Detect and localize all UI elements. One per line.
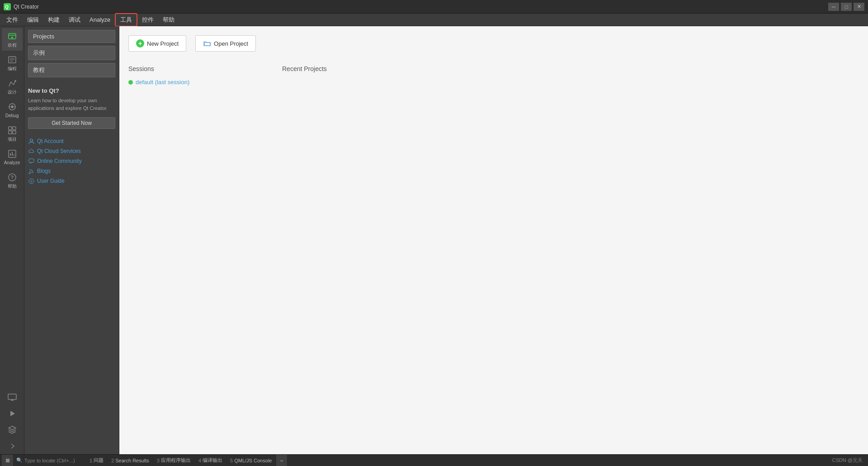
help-icon: ? (7, 172, 18, 183)
qt-cloud-link[interactable]: Qt Cloud Services (28, 146, 115, 156)
sidebar-item-projects[interactable]: 项目 (2, 122, 23, 145)
tab-label-search: Search Results (115, 458, 149, 463)
menu-tools[interactable]: 工具 (115, 13, 137, 27)
svg-rect-15 (9, 131, 12, 134)
projects-button[interactable]: Projects (28, 30, 115, 43)
sidebar-item-design[interactable]: 设计 (2, 75, 23, 98)
layers-icon-bottom[interactable] (2, 422, 23, 438)
menu-controls[interactable]: 控件 (137, 14, 158, 26)
user-guide-link[interactable]: ? User Guide (28, 176, 115, 186)
svg-marker-26 (10, 411, 15, 416)
blogs-link[interactable]: Blogs (28, 166, 115, 176)
more-tabs-button[interactable] (276, 455, 288, 466)
status-tab-appoutput[interactable]: 3 应用程序输出 (153, 455, 195, 466)
online-community-link[interactable]: Online Community (28, 156, 115, 166)
close-button[interactable]: ✕ (854, 3, 864, 11)
online-community-label: Online Community (37, 158, 82, 164)
menu-build[interactable]: 构建 (43, 14, 64, 26)
help-label: 帮助 (8, 184, 17, 189)
stop-button[interactable] (2, 455, 14, 466)
svg-rect-16 (13, 131, 16, 134)
default-session[interactable]: default (last session) (128, 78, 264, 86)
tab-num-3: 3 (157, 458, 160, 463)
svg-text:Q: Q (5, 5, 9, 10)
tutorials-button[interactable]: 教程 (28, 63, 115, 77)
sidebar-item-edit[interactable]: 编程 (2, 52, 23, 74)
menu-debug[interactable]: 调试 (64, 14, 85, 26)
sidebar-item-analyze[interactable]: Analyze (2, 146, 23, 168)
links-section: Qt Account Qt Cloud Services Online C (28, 136, 115, 186)
tab-num-4: 4 (198, 458, 201, 463)
tab-label-appoutput: 应用程序输出 (161, 457, 191, 464)
edit-label: 编程 (8, 66, 17, 71)
blogs-label: Blogs (37, 168, 51, 174)
new-to-qt-section: New to Qt? Learn how to develop your own… (28, 87, 115, 129)
menu-file[interactable]: 文件 (2, 14, 23, 26)
search-placeholder: Type to locate (Ctrl+...) (24, 458, 75, 463)
plus-icon: + (136, 39, 144, 48)
left-panel: Projects 示例 教程 New to Qt? Learn how to d… (24, 26, 119, 454)
status-tab-qmlconsole[interactable]: 5 QML/JS Console (226, 455, 276, 466)
analyze-icon (7, 148, 18, 159)
app-title: Qt Creator (14, 4, 828, 10)
svg-rect-33 (204, 43, 210, 46)
magnifier-icon: 🔍 (16, 457, 23, 463)
get-started-button[interactable]: Get Started Now (28, 117, 115, 129)
svg-rect-13 (9, 127, 12, 130)
status-bar: 🔍 Type to locate (Ctrl+...) 1 问题 2 Searc… (0, 454, 868, 466)
sidebar-item-welcome[interactable]: 欢程 (2, 28, 23, 51)
main-layout: 欢程 编程 设计 (0, 26, 868, 454)
sidebar-item-debug[interactable]: Debug (2, 99, 23, 121)
sidebar-item-help[interactable]: ? 帮助 (2, 169, 23, 192)
play-icon-bottom[interactable] (2, 405, 23, 422)
tab-num-2: 2 (111, 458, 114, 463)
rss-icon (28, 168, 34, 174)
menu-bar: 文件 编辑 构建 调试 Analyze 工具 控件 帮助 (0, 14, 868, 26)
status-tab-issues[interactable]: 1 问题 (86, 455, 108, 466)
chat-icon (28, 158, 34, 164)
arrow-right-icon-bottom[interactable] (2, 438, 23, 454)
tab-num-1: 1 (90, 458, 92, 463)
user-icon (28, 138, 34, 144)
tab-label-compileoutput: 编译输出 (203, 457, 222, 464)
svg-text:?: ? (30, 180, 33, 184)
welcome-label: 欢程 (8, 43, 17, 48)
cloud-icon (28, 148, 34, 154)
recent-projects-title: Recent Projects (282, 65, 859, 72)
qt-account-link[interactable]: Qt Account (28, 136, 115, 146)
tab-label-issues: 问题 (94, 457, 104, 464)
new-project-button[interactable]: + New Project (128, 35, 186, 52)
status-tab-search[interactable]: 2 Search Results (108, 455, 153, 466)
analyze-label: Analyze (4, 160, 20, 166)
locate-search[interactable]: 🔍 Type to locate (Ctrl+...) (14, 455, 86, 466)
user-guide-label: User Guide (37, 178, 65, 184)
status-tab-compileoutput[interactable]: 4 编译输出 (195, 455, 226, 466)
menu-help[interactable]: 帮助 (158, 14, 179, 26)
design-icon (7, 78, 18, 89)
debug-icon (7, 101, 18, 112)
icon-sidebar: 欢程 编程 设计 (0, 26, 24, 454)
open-project-button[interactable]: Open Project (195, 35, 256, 52)
svg-point-10 (11, 105, 14, 108)
open-project-icon (203, 39, 211, 48)
welcome-icon (7, 31, 18, 42)
new-to-qt-desc: Learn how to develop your own applicatio… (28, 97, 115, 112)
edit-icon (7, 54, 18, 65)
title-bar: Q Qt Creator ─ □ ✕ (0, 0, 868, 14)
examples-button[interactable]: 示例 (28, 46, 115, 60)
tab-label-qmlconsole: QML/JS Console (234, 458, 272, 463)
svg-rect-14 (13, 127, 16, 130)
svg-text:?: ? (10, 175, 14, 180)
menu-edit[interactable]: 编辑 (23, 14, 43, 26)
status-right-text: CSDN @元天 (829, 457, 866, 464)
menu-analyze[interactable]: Analyze (85, 14, 115, 25)
svg-point-30 (28, 172, 30, 174)
svg-rect-23 (8, 394, 16, 399)
debug-label: Debug (5, 113, 19, 119)
minimize-button[interactable]: ─ (828, 3, 839, 11)
sessions-title: Sessions (128, 65, 264, 72)
monitor-icon-bottom[interactable] (2, 389, 23, 405)
projects-label: 项目 (8, 137, 17, 142)
session-dot-icon (128, 80, 133, 85)
maximize-button[interactable]: □ (841, 3, 852, 11)
